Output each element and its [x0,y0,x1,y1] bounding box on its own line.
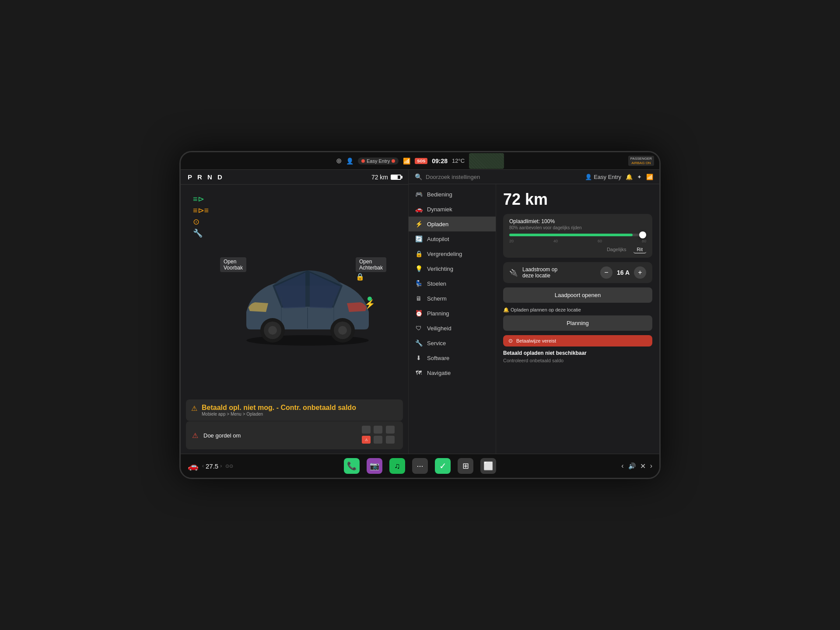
vergrendeling-label: Vergrendeling [427,251,462,257]
verlichting-label: Verlichting [427,266,453,272]
planning-btn[interactable]: Planning [503,315,652,331]
alert-content: Betaald opl. niet mog. - Contr. onbetaal… [202,404,356,416]
charge-indicator: ⚡ [364,299,375,309]
laadstroom-label: Laadstroom op [522,266,596,273]
app-cards[interactable]: ⊞ [458,458,473,474]
tpms-indicator: ⊙ [193,217,200,227]
payment-unavail-title: Betaald opladen niet beschikbaar [503,350,652,356]
bell-icon[interactable]: 🔔 [626,174,633,180]
volume-icon[interactable]: 🔊 [628,462,636,469]
left-panel: P R N D 72 km ≡⊳ ≡⊳≡ ⊙ 🔧 [181,170,408,454]
charge-content: 72 km Oplaadlimiet: 100% 80% aanbevolen … [496,184,659,454]
verlichting-icon: 💡 [415,265,423,272]
easy-entry-badge[interactable]: Easy Entry [358,158,399,164]
easy-entry-label: Easy Entry [367,158,390,164]
nav-service[interactable]: 🔧 Service [409,336,496,350]
wifi-icon-right[interactable]: 📶 [646,174,653,180]
seat-fm [374,426,382,434]
alert-icon: ⚠ [191,404,197,413]
settings-nav: 🎮 Bediening 🚗 Dynamiek ⚡ Opladen 🔄 Autop… [409,184,496,454]
charge-limit-title: Oplaadlimiet: 100% [509,218,646,224]
nav-veiligheid[interactable]: 🛡 Veiligheid [409,321,496,336]
app-phone[interactable]: 📞 [344,458,360,474]
search-easy-entry[interactable]: 👤 Easy Entry [585,174,621,180]
svg-point-9 [338,326,347,335]
bottom-bar: 🚗 ‹ 27.5 › ⊙⊙ 📞 📷 ♫ ··· ✓ ⊞ ⬜ ‹ 🔊 ✕ › [181,454,659,478]
laadstroom-plus-btn[interactable]: + [634,266,646,279]
nav-scherm[interactable]: 🖥 Scherm [409,291,496,306]
nav-bediening[interactable]: 🎮 Bediening [409,187,496,202]
top-status-bar: ⊕ 👤 Easy Entry 📶 SOS 09:28 12°C PASSENGE… [181,152,659,170]
nav-software[interactable]: ⬇ Software [409,350,496,365]
service-label: Service [427,340,446,346]
nav-forward-arrow[interactable]: › [650,462,652,470]
tab-rit[interactable]: Rit [634,246,646,253]
laadstroom-minus-btn[interactable]: − [600,266,612,279]
charge-slider[interactable] [509,234,646,236]
seat-diagram [362,426,397,445]
charge-limit-section: Oplaadlimiet: 100% 80% aanbevolen voor d… [503,214,652,258]
bottom-right: ‹ 🔊 ✕ › [621,462,652,470]
temp-right-arrow[interactable]: › [220,463,222,469]
seat-rl [362,436,371,444]
stoelen-icon: 💺 [415,280,423,287]
laadpoort-btn[interactable]: Laadpoort openen [503,287,652,303]
top-bar-right: PASSENGER AIRBAG ON [628,156,654,166]
bediening-label: Bediening [427,191,452,198]
car-status-icon: 🚗 [188,461,199,471]
battery-icon [391,175,401,180]
seat-fr [386,426,395,434]
map-mini[interactable] [469,153,504,169]
laadstroom-plug-icon: 🔌 [509,269,518,277]
nav-vergrendeling[interactable]: 🔒 Vergrendeling [409,246,496,261]
planning-section: 🔔 Opladen plannen op deze locatie Planni… [503,307,652,331]
temp-left-arrow[interactable]: ‹ [202,463,204,469]
passenger-airbag-indicator: PASSENGER AIRBAG ON [628,156,654,166]
nav-autopilot[interactable]: 🔄 Autopilot [409,231,496,246]
app-icons: 📞 📷 ♫ ··· ✓ ⊞ ⬜ [344,458,496,474]
nav-back-arrow[interactable]: ‹ [621,462,623,470]
light-indicator: ≡⊳ [193,194,204,204]
nav-verlichting[interactable]: 💡 Verlichting [409,261,496,276]
app-camera[interactable]: 📷 [367,458,382,474]
charge-slider-thumb[interactable] [639,231,646,238]
bediening-icon: 🎮 [415,191,423,198]
label-achterbak[interactable]: Open Achterbak [356,257,386,272]
temperature-display: 27.5 [206,462,218,470]
search-right-icons: 👤 Easy Entry 🔔 ✦ 📶 [585,174,653,180]
dynamiek-label: Dynamiek [427,206,452,213]
navigatie-label: Navigatie [427,370,451,376]
battery-fill [392,175,398,179]
sos-badge[interactable]: SOS [415,158,427,164]
service-indicator: 🔧 [193,228,203,238]
charge-mode-tabs: Dagelijks Rit [509,246,646,253]
nav-planning[interactable]: ⏰ Planning [409,306,496,321]
laadstroom-info: Laadstroom op deze locatie [522,266,596,279]
app-square[interactable]: ⬜ [480,458,496,474]
search-icon: 🔍 [415,173,422,180]
seat-rr [386,436,395,444]
app-check[interactable]: ✓ [435,458,451,474]
hazard-indicator: ≡⊳≡ [193,206,209,215]
bluetooth-icon[interactable]: ✦ [637,174,642,180]
app-spotify[interactable]: ♫ [389,458,405,474]
payment-error-badge: ⊙ Betaalwijze vereist [503,335,652,346]
prnd-display: P R N D [188,173,224,181]
app-dots[interactable]: ··· [412,458,428,474]
wifi-icon: 📶 [403,158,410,164]
nav-dynamiek[interactable]: 🚗 Dynamiek [409,202,496,217]
search-input[interactable]: Doorzoek instellingen [426,174,581,180]
veiligheid-icon: 🛡 [415,325,423,332]
software-icon: ⬇ [415,354,423,361]
payment-error-icon: ⊙ [508,338,513,344]
tab-dagelijks[interactable]: Dagelijks [603,246,630,253]
charge-limit-sub: 80% aanbevolen voor dagelijks rijden [509,225,646,230]
nav-stoelen[interactable]: 💺 Stoelen [409,276,496,291]
temp-display: ‹ 27.5 › [202,462,222,470]
volume-x-icon[interactable]: ✕ [640,462,646,470]
label-voorbak[interactable]: Open Voorbak [220,257,246,272]
main-content: P R N D 72 km ≡⊳ ≡⊳≡ ⊙ 🔧 [181,170,659,454]
nav-navigatie[interactable]: 🗺 Navigatie [409,365,496,380]
nav-opladen[interactable]: ⚡ Opladen [409,217,496,231]
planning-schedule-label: 🔔 Opladen plannen op deze locatie [503,307,652,313]
